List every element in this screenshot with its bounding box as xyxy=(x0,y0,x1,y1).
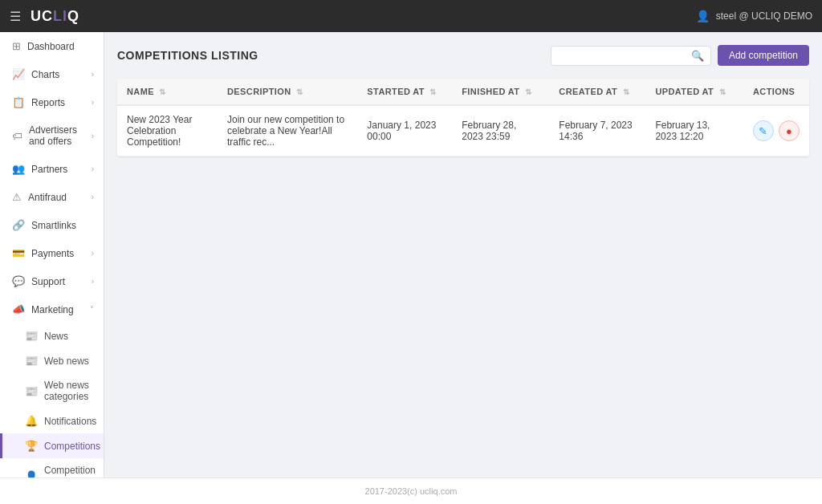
sidebar-label-web-news-categories: Web news categories xyxy=(44,380,94,402)
cell-description: Join our new competition to celebrate a … xyxy=(218,105,357,156)
sidebar-item-marketing[interactable]: 📣 Marketing ˅ xyxy=(0,295,104,323)
cell-actions: ✎ ● xyxy=(743,105,809,156)
chevron-down-icon: ˅ xyxy=(90,305,94,314)
sidebar-subitem-web-news[interactable]: 📰 Web news xyxy=(0,348,104,373)
marketing-icon: 📣 xyxy=(12,303,25,315)
sidebar-label-partners: Partners xyxy=(31,164,67,175)
column-actions: ACTIONS xyxy=(743,79,809,105)
competitions-table: NAME ⇅ DESCRIPTION ⇅ STARTED AT ⇅ FINI xyxy=(117,79,809,156)
sidebar-label-web-news: Web news xyxy=(44,356,89,367)
payments-icon: 💳 xyxy=(12,247,25,259)
topbar-right: 👤 steel @ UCLIQ DEMO xyxy=(696,10,812,22)
sort-icon[interactable]: ⇅ xyxy=(719,87,726,96)
cell-started-at: January 1, 2023 00:00 xyxy=(357,105,452,156)
chevron-right-icon: › xyxy=(92,98,94,107)
column-description: DESCRIPTION ⇅ xyxy=(218,79,357,105)
logo: UCLIQ xyxy=(31,8,79,25)
reports-icon: 📋 xyxy=(12,96,25,108)
sidebar-label-news: News xyxy=(44,331,68,342)
sidebar-subitem-news[interactable]: 📰 News xyxy=(0,323,104,348)
topbar: ☰ UCLIQ 👤 steel @ UCLIQ DEMO xyxy=(0,0,822,32)
sidebar-label-advertisers: Advertisers and offers xyxy=(29,124,92,147)
sidebar-subitem-web-news-categories[interactable]: 📰 Web news categories xyxy=(0,373,104,408)
web-news-categories-icon: 📰 xyxy=(25,385,38,397)
sidebar: ⊞ Dashboard 📈 Charts › 📋 Reports › 🏷 Adv… xyxy=(0,32,104,478)
column-created-at: CREATED AT ⇅ xyxy=(549,79,645,105)
sidebar-subitem-competitions[interactable]: 🏆 Competitions xyxy=(0,433,104,458)
cell-updated-at: February 13, 2023 12:20 xyxy=(645,105,743,156)
news-icon: 📰 xyxy=(25,330,38,342)
cell-finished-at: February 28, 2023 23:59 xyxy=(452,105,549,156)
sort-icon[interactable]: ⇅ xyxy=(296,87,303,96)
chevron-right-icon: › xyxy=(92,70,94,79)
partners-icon: 👥 xyxy=(12,163,25,175)
footer: 2017-2023(c) ucliq.com xyxy=(0,478,822,504)
page-title: COMPETITIONS LISTING xyxy=(117,49,258,62)
column-name: NAME ⇅ xyxy=(117,79,218,105)
sidebar-item-advertisers[interactable]: 🏷 Advertisers and offers › xyxy=(0,116,104,155)
sidebar-label-marketing: Marketing xyxy=(31,304,74,315)
table-header-row: NAME ⇅ DESCRIPTION ⇅ STARTED AT ⇅ FINI xyxy=(117,79,809,105)
table-row: New 2023 Year Celebration Competition! J… xyxy=(117,105,809,156)
sidebar-subitem-competition-participants[interactable]: 👤 Competition participants xyxy=(0,458,104,478)
search-input[interactable] xyxy=(558,50,686,61)
layout: ⊞ Dashboard 📈 Charts › 📋 Reports › 🏷 Adv… xyxy=(0,32,822,478)
delete-button[interactable]: ● xyxy=(779,120,800,141)
column-finished-at: FINISHED AT ⇅ xyxy=(452,79,549,105)
sidebar-label-support: Support xyxy=(31,276,65,287)
sidebar-item-support[interactable]: 💬 Support › xyxy=(0,267,104,295)
dashboard-icon: ⊞ xyxy=(12,40,21,52)
competitions-icon: 🏆 xyxy=(25,440,38,452)
sidebar-item-smartlinks[interactable]: 🔗 Smartlinks xyxy=(0,211,104,239)
topbar-left: ☰ UCLIQ xyxy=(10,8,79,25)
search-icon[interactable]: 🔍 xyxy=(691,50,704,62)
sidebar-label-notifications: Notifications xyxy=(44,416,96,427)
table: NAME ⇅ DESCRIPTION ⇅ STARTED AT ⇅ FINI xyxy=(117,79,809,156)
search-box: 🔍 xyxy=(551,46,711,66)
sidebar-item-dashboard[interactable]: ⊞ Dashboard xyxy=(0,32,104,60)
chevron-right-icon: › xyxy=(92,165,94,173)
main-content: COMPETITIONS LISTING 🔍 Add competition N… xyxy=(104,32,822,478)
page-header: COMPETITIONS LISTING 🔍 Add competition xyxy=(117,45,809,66)
chevron-right-icon: › xyxy=(92,193,94,201)
chevron-right-icon: › xyxy=(92,249,94,258)
sidebar-label-payments: Payments xyxy=(31,248,74,259)
support-icon: 💬 xyxy=(12,275,25,287)
web-news-icon: 📰 xyxy=(25,355,38,367)
add-competition-button[interactable]: Add competition xyxy=(718,45,809,66)
sidebar-item-payments[interactable]: 💳 Payments › xyxy=(0,239,104,267)
footer-text: 2017-2023(c) ucliq.com xyxy=(365,486,458,496)
smartlinks-icon: 🔗 xyxy=(12,219,25,231)
sidebar-item-partners[interactable]: 👥 Partners › xyxy=(0,155,104,183)
user-label: steel @ UCLIQ DEMO xyxy=(716,10,812,22)
header-right: 🔍 Add competition xyxy=(551,45,809,66)
sidebar-item-antifraud[interactable]: ⚠ Antifraud › xyxy=(0,183,104,211)
sidebar-label-smartlinks: Smartlinks xyxy=(31,220,76,231)
sort-icon[interactable]: ⇅ xyxy=(159,87,165,96)
column-started-at: STARTED AT ⇅ xyxy=(357,79,452,105)
chevron-right-icon: › xyxy=(92,277,94,286)
hamburger-button[interactable]: ☰ xyxy=(10,9,21,24)
sidebar-label-dashboard: Dashboard xyxy=(27,41,75,52)
antifraud-icon: ⚠ xyxy=(12,191,22,203)
chevron-right-icon: › xyxy=(92,132,94,140)
sidebar-subitem-notifications[interactable]: 🔔 Notifications xyxy=(0,408,104,433)
notifications-icon: 🔔 xyxy=(25,415,38,427)
sidebar-label-reports: Reports xyxy=(31,97,65,108)
cell-created-at: February 7, 2023 14:36 xyxy=(549,105,645,156)
user-icon: 👤 xyxy=(696,10,710,22)
sort-icon[interactable]: ⇅ xyxy=(623,87,629,96)
sidebar-label-charts: Charts xyxy=(31,69,59,80)
sidebar-label-competition-participants: Competition participants xyxy=(44,465,96,478)
column-updated-at: UPDATED AT ⇅ xyxy=(645,79,743,105)
sidebar-item-reports[interactable]: 📋 Reports › xyxy=(0,88,104,116)
sidebar-label-competitions: Competitions xyxy=(44,441,100,452)
edit-button[interactable]: ✎ xyxy=(753,120,774,141)
sort-icon[interactable]: ⇅ xyxy=(429,87,436,96)
advertisers-icon: 🏷 xyxy=(12,130,22,142)
sort-icon[interactable]: ⇅ xyxy=(525,87,531,96)
cell-name: New 2023 Year Celebration Competition! xyxy=(117,105,218,156)
sidebar-label-antifraud: Antifraud xyxy=(28,192,67,203)
competition-participants-icon: 👤 xyxy=(25,470,38,478)
sidebar-item-charts[interactable]: 📈 Charts › xyxy=(0,60,104,88)
